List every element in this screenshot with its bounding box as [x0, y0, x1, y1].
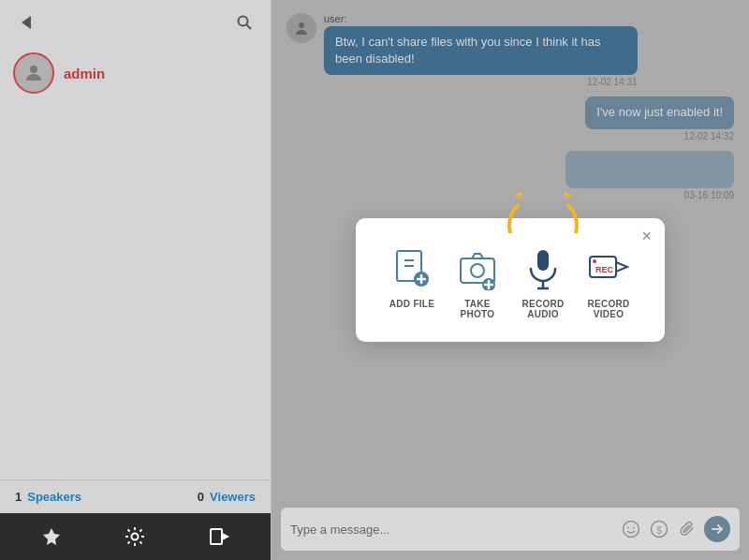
avatar — [13, 52, 54, 94]
svg-text:REC: REC — [595, 265, 614, 274]
back-button[interactable] — [13, 9, 39, 36]
svg-point-31 — [593, 259, 596, 263]
exit-button[interactable] — [202, 520, 236, 553]
svg-point-1 — [239, 17, 248, 26]
user-entry[interactable]: admin — [0, 45, 271, 101]
arrow-container — [501, 188, 585, 233]
svg-rect-5 — [211, 529, 222, 544]
add-file-button[interactable]: ADD FILE — [384, 246, 440, 309]
modal-icons-row: ADD FILE TAKE PHOTO — [384, 237, 637, 319]
modal-close-button[interactable]: × — [641, 228, 652, 244]
speakers-count: 1 — [15, 490, 22, 504]
record-audio-button[interactable]: RECORD AUDIO — [515, 246, 571, 319]
record-audio-icon-box — [520, 246, 566, 293]
pin-button[interactable] — [35, 520, 68, 553]
svg-marker-0 — [22, 16, 31, 29]
svg-marker-14 — [562, 189, 572, 199]
right-panel: user: Btw, I can't share files with you … — [272, 0, 749, 560]
svg-line-2 — [247, 25, 252, 30]
record-video-button[interactable]: REC RECORD VIDEO — [580, 246, 637, 319]
add-file-label: ADD FILE — [389, 299, 435, 309]
viewers-count: 0 — [198, 490, 204, 504]
svg-point-22 — [471, 264, 484, 277]
left-panel: admin 1 Speakers 0 Viewers — [0, 0, 272, 560]
record-audio-label: RECORD AUDIO — [521, 299, 564, 319]
left-spacer — [0, 101, 271, 479]
left-header — [0, 0, 271, 45]
speakers-row: 1 Speakers 0 Viewers — [0, 479, 271, 513]
viewers-label: Viewers — [210, 490, 256, 504]
username: admin — [64, 66, 105, 81]
speakers-label: Speakers — [27, 490, 81, 504]
take-photo-button[interactable]: TAKE PHOTO — [449, 246, 506, 319]
svg-marker-13 — [515, 189, 525, 199]
bottom-bar — [0, 513, 271, 560]
search-button[interactable] — [231, 9, 257, 36]
record-video-label: RECORD VIDEO — [587, 299, 629, 319]
modal-overlay: × — [272, 0, 749, 560]
take-photo-label: TAKE PHOTO — [449, 299, 506, 319]
svg-marker-32 — [616, 262, 627, 272]
arrow-left-icon — [501, 188, 536, 233]
svg-rect-26 — [537, 250, 549, 271]
take-photo-icon-box — [454, 246, 501, 293]
arrow-right-icon — [550, 188, 585, 233]
record-video-icon-box: REC — [585, 246, 632, 293]
settings-button[interactable] — [118, 520, 152, 553]
add-file-icon-box — [389, 246, 435, 293]
attachment-modal: × — [356, 218, 665, 342]
svg-point-4 — [132, 534, 139, 540]
svg-point-3 — [30, 66, 37, 73]
